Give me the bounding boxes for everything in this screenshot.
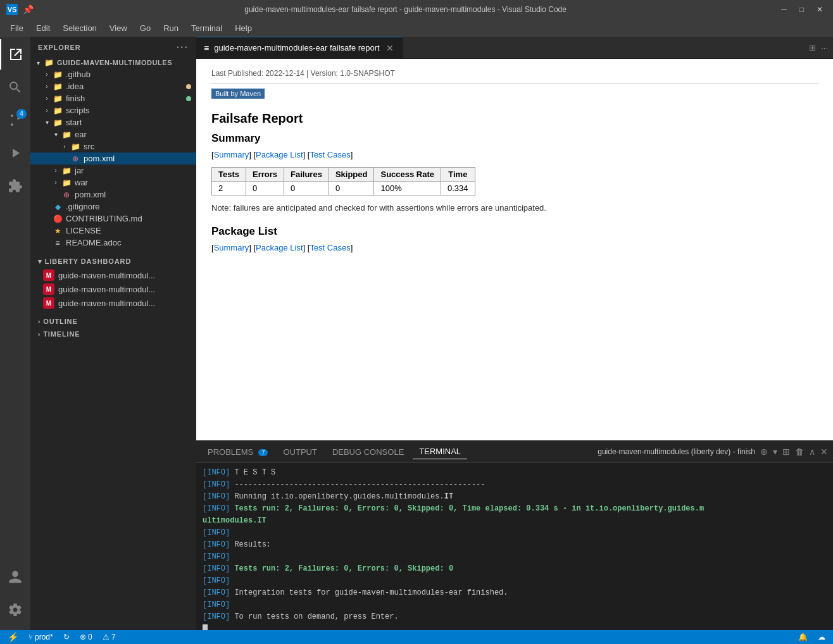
outline-section[interactable]: › OUTLINE (30, 315, 196, 328)
minimize-button[interactable]: ─ (777, 4, 791, 15)
tree-item-jar[interactable]: › 📁 jar (30, 164, 196, 176)
link-package-list[interactable]: Package List (256, 150, 303, 159)
tree-item-src[interactable]: › 📁 src (30, 140, 196, 152)
tab-close-button[interactable]: ✕ (385, 43, 395, 53)
link-test-cases-pkg[interactable]: Test Cases (310, 243, 350, 252)
menu-file[interactable]: File (5, 22, 28, 35)
maven-badge[interactable]: Built by Maven (211, 89, 265, 99)
split-terminal-icon[interactable]: ⊞ (782, 447, 790, 457)
tree-item-github[interactable]: › 📁 .github (30, 68, 196, 80)
tree-root[interactable]: ▾ 📁 GUIDE-MAVEN-MULTIMODULES (30, 57, 196, 68)
status-notifications[interactable]: 🔔 (796, 633, 810, 641)
liberty-item-0[interactable]: M guide-maven-multimodul... (30, 268, 196, 282)
status-branch[interactable]: ⑂ prod* (26, 633, 56, 641)
liberty-header[interactable]: ▾ LIBERTY DASHBOARD (30, 252, 196, 268)
close-button[interactable]: ✕ (813, 4, 827, 15)
tree-item-gitignore[interactable]: › ◆ .gitignore (30, 201, 196, 213)
md-icon: 🔴 (52, 214, 63, 223)
kill-terminal-icon[interactable]: 🗑 (795, 447, 804, 457)
menu-go[interactable]: Go (135, 22, 156, 35)
link-package-list-pkg[interactable]: Package List (256, 243, 303, 252)
menu-run[interactable]: Run (158, 22, 184, 35)
activity-source-control[interactable]: 4 (0, 105, 30, 135)
pin-icon[interactable]: 📌 (23, 4, 34, 15)
terminal-body[interactable]: [INFO] T E S T S [INFO] ----------------… (196, 463, 833, 630)
tree-item-war[interactable]: › 📁 war (30, 176, 196, 189)
status-bar-right: 🔔 ☁ (796, 633, 828, 641)
maximize-button[interactable]: □ (796, 4, 808, 15)
menu-help[interactable]: Help (230, 22, 257, 35)
tab-problems[interactable]: PROBLEMS 7 (201, 445, 274, 459)
cloud-icon: ☁ (818, 633, 825, 641)
status-bar-left: ⚡ ⑂ prod* ↻ ⊗ 0 ⚠ 7 (5, 632, 118, 642)
remote-icon: ⚡ (8, 632, 18, 642)
liberty-item-2[interactable]: M guide-maven-multimodul... (30, 296, 196, 310)
terminal-line-9: [INFO] (203, 575, 827, 586)
close-panel-icon[interactable]: ✕ (820, 447, 828, 457)
terminal-line-7: [INFO] (203, 551, 827, 562)
terminal-panel: PROBLEMS 7 OUTPUT DEBUG CONSOLE TERMINAL… (196, 440, 833, 630)
terminal-line-12: [INFO] To run tests on demand, press Ent… (203, 611, 827, 622)
link-summary[interactable]: Summary (214, 150, 249, 159)
outline-arrow: › (38, 318, 41, 325)
src-arrow: › (60, 143, 70, 150)
tree-item-contributing[interactable]: › 🔴 CONTRIBUTING.md (30, 213, 196, 225)
explorer-menu-button[interactable]: ··· (177, 42, 189, 53)
branch-icon: ⑂ (28, 633, 33, 641)
new-terminal-icon[interactable]: ⊕ (760, 447, 768, 457)
folder-icon: 📁 (43, 58, 54, 67)
maximize-panel-icon[interactable]: ∧ (809, 447, 815, 457)
link-test-cases[interactable]: Test Cases (310, 150, 350, 159)
split-editor-icon[interactable]: ⊞ (809, 43, 816, 53)
status-remote-explorer[interactable]: ☁ (815, 633, 828, 641)
tree-item-license[interactable]: › ★ LICENSE (30, 225, 196, 237)
tree-item-start[interactable]: ▾ 📁 start (30, 116, 196, 128)
activity-settings[interactable] (0, 595, 30, 625)
menu-terminal[interactable]: Terminal (186, 22, 227, 35)
activity-run-debug[interactable] (0, 138, 30, 168)
report-view: Last Published: 2022-12-14 | Version: 1.… (196, 59, 833, 440)
tab-output[interactable]: OUTPUT (277, 445, 323, 459)
tree-item-finish[interactable]: › 📁 finish (30, 92, 196, 104)
menu-view[interactable]: View (104, 22, 132, 35)
status-errors[interactable]: ⊗ 0 (77, 633, 95, 641)
terminal-actions: guide-maven-multimodules (liberty dev) -… (598, 447, 828, 457)
tree-item-pom-xml-root[interactable]: › ⊕ pom.xml (30, 189, 196, 201)
status-warnings[interactable]: ⚠ 7 (100, 633, 118, 641)
link-summary-pkg[interactable]: Summary (214, 243, 249, 252)
tab-bar: ≡ guide-maven-multimodules-ear failsafe … (196, 37, 833, 59)
timeline-section[interactable]: › TIMELINE (30, 328, 196, 340)
titlebar-left: VS 📌 (6, 4, 34, 15)
menu-selection[interactable]: Selection (58, 22, 101, 35)
modified-dot (186, 84, 191, 89)
activity-search[interactable] (0, 72, 30, 102)
folder-icon: 📁 (70, 142, 81, 151)
source-control-badge: 4 (16, 109, 27, 119)
status-sync[interactable]: ↻ (61, 633, 72, 641)
menu-edit[interactable]: Edit (31, 22, 55, 35)
liberty-m-badge-1: M (43, 283, 54, 295)
chevron-down-icon[interactable]: ▾ (773, 447, 777, 457)
tree-item-ear[interactable]: ▾ 📁 ear (30, 128, 196, 140)
tab-actions: ⊞ ··· (804, 37, 833, 58)
activity-extensions[interactable] (0, 171, 30, 201)
terminal-line-6: [INFO] Results: (203, 539, 827, 550)
liberty-m-badge-0: M (43, 269, 54, 281)
tab-icon: ≡ (204, 43, 209, 53)
status-remote[interactable]: ⚡ (5, 632, 21, 642)
tab-debug-console[interactable]: DEBUG CONSOLE (326, 445, 410, 459)
tab-terminal[interactable]: TERMINAL (413, 444, 467, 459)
github-arrow: › (42, 71, 52, 78)
titlebar-controls: ─ □ ✕ (777, 4, 827, 15)
tree-item-pom-xml-ear[interactable]: › ⊕ pom.xml (30, 152, 196, 164)
more-actions-icon[interactable]: ··· (821, 43, 828, 53)
tab-failsafe-report[interactable]: ≡ guide-maven-multimodules-ear failsafe … (196, 37, 403, 58)
start-arrow: ▾ (42, 119, 52, 126)
tree-item-scripts[interactable]: › 📁 scripts (30, 104, 196, 116)
tree-item-readme[interactable]: › ≡ README.adoc (30, 237, 196, 249)
tree-item-idea[interactable]: › 📁 .idea (30, 80, 196, 92)
activity-account[interactable] (0, 562, 30, 592)
col-failures: Failures (284, 168, 329, 182)
activity-explorer[interactable] (0, 39, 30, 70)
liberty-item-1[interactable]: M guide-maven-multimodul... (30, 282, 196, 296)
